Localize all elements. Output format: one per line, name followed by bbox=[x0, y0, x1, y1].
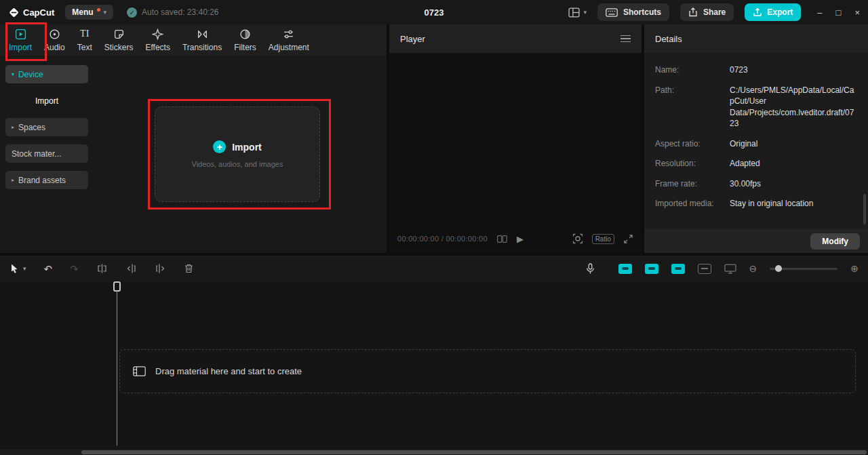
undo-button[interactable]: ↶ bbox=[44, 264, 53, 274]
delete-icon[interactable] bbox=[184, 263, 194, 274]
ratio-button[interactable]: Ratio bbox=[592, 234, 614, 244]
tab-audio[interactable]: Audio bbox=[38, 24, 71, 56]
details-fields: Name: 0723 Path: C:/Users/PMLS/AppData/L… bbox=[644, 53, 868, 210]
adjustment-icon bbox=[283, 28, 294, 40]
delete-left-icon[interactable] bbox=[125, 263, 137, 274]
modify-button[interactable]: Modify bbox=[810, 233, 860, 250]
frames-icon[interactable] bbox=[497, 235, 507, 243]
sidebar-item-label: Device bbox=[18, 70, 43, 79]
zoom-slider[interactable] bbox=[770, 268, 837, 270]
share-icon bbox=[688, 7, 698, 17]
player-menu-icon[interactable] bbox=[620, 35, 631, 43]
sidebar-item-label: Brand assets bbox=[18, 176, 66, 185]
details-footer: Modify bbox=[644, 229, 868, 253]
sidebar-item-import[interactable]: Import bbox=[5, 92, 88, 110]
details-scrollbar[interactable] bbox=[863, 194, 866, 224]
play-button[interactable]: ▶ bbox=[517, 234, 524, 244]
field-value: Original bbox=[730, 138, 859, 150]
details-panel-title: Details bbox=[655, 34, 682, 44]
timeline-scrollbar[interactable] bbox=[0, 450, 868, 455]
field-label: Frame rate: bbox=[655, 178, 730, 190]
render-preview-icon[interactable] bbox=[724, 264, 736, 274]
chevron-down-icon: ▾ bbox=[23, 266, 26, 272]
media-clip-icon bbox=[133, 366, 146, 376]
titlebar: CapCut Menu ▾ ✓ Auto saved: 23:40:26 072… bbox=[0, 0, 868, 24]
redo-button[interactable]: ↷ bbox=[70, 264, 79, 274]
field-label: Aspect ratio: bbox=[655, 138, 730, 150]
tab-effects[interactable]: Effects bbox=[139, 24, 176, 56]
auto-ripple-icon[interactable] bbox=[645, 264, 658, 274]
window-controls: – □ × bbox=[817, 7, 860, 18]
share-button[interactable]: Share bbox=[680, 3, 734, 21]
tab-import[interactable]: Import bbox=[3, 24, 38, 56]
maximize-button[interactable]: □ bbox=[836, 7, 842, 18]
sidebar-item-label: Stock mater... bbox=[12, 149, 61, 159]
tab-label: Filters bbox=[234, 43, 256, 52]
sidebar-item-spaces[interactable]: ▸ Spaces bbox=[5, 118, 88, 136]
split-icon[interactable] bbox=[96, 263, 108, 274]
details-panel: Details Name: 0723 Path: C:/Users/PMLS/A… bbox=[644, 24, 868, 253]
close-button[interactable]: × bbox=[854, 7, 860, 18]
player-panel: Player 00:00:00:00 / 00:00:00:00 ▶ Ratio bbox=[389, 24, 642, 253]
field-value: 0723 bbox=[730, 64, 859, 76]
tab-label: Adjustment bbox=[269, 43, 309, 52]
playhead-handle[interactable] bbox=[113, 281, 121, 292]
export-icon bbox=[753, 7, 762, 17]
timeline-drop-area[interactable]: Drag material here and start to create bbox=[119, 349, 856, 393]
player-canvas bbox=[389, 53, 642, 253]
check-icon: ✓ bbox=[127, 7, 137, 18]
minimize-button[interactable]: – bbox=[817, 7, 822, 18]
sidebar-item-brand-assets[interactable]: ▸ Brand assets bbox=[5, 171, 88, 189]
share-label: Share bbox=[703, 7, 726, 17]
timeline-scrollbar-handle[interactable] bbox=[81, 450, 867, 454]
text-icon: TI bbox=[80, 28, 89, 40]
link-icon[interactable] bbox=[671, 264, 685, 274]
player-panel-title: Player bbox=[400, 34, 425, 44]
zoom-slider-handle[interactable] bbox=[775, 265, 782, 272]
tab-text[interactable]: TI Text bbox=[71, 24, 98, 56]
menu-button[interactable]: Menu ▾ bbox=[65, 5, 113, 20]
layout-toggle-button[interactable]: ▾ bbox=[568, 7, 587, 18]
media-sidebar: ▾ Device Import ▸ Spaces Stock mater... … bbox=[5, 65, 88, 189]
capcut-window: CapCut Menu ▾ ✓ Auto saved: 23:40:26 072… bbox=[0, 0, 868, 455]
main-track-magnet-icon[interactable] bbox=[618, 264, 632, 274]
dropzone-subtitle: Videos, audios, and images bbox=[192, 160, 283, 168]
tab-filters[interactable]: Filters bbox=[228, 24, 262, 56]
dropzone-title: Import bbox=[232, 142, 262, 153]
select-tool[interactable]: ▾ bbox=[9, 263, 26, 274]
fullscreen-icon[interactable] bbox=[623, 234, 633, 244]
player-header: Player bbox=[389, 24, 642, 53]
record-voiceover-icon[interactable] bbox=[586, 263, 595, 275]
preview-focus-icon[interactable] bbox=[572, 233, 583, 244]
cursor-icon bbox=[9, 263, 20, 274]
media-panel: Import Audio TI Text Stickers bbox=[0, 24, 387, 253]
sticker-icon bbox=[113, 28, 125, 40]
details-header: Details bbox=[644, 24, 868, 53]
delete-right-icon[interactable] bbox=[155, 263, 166, 274]
project-title: 0723 bbox=[425, 7, 444, 18]
import-dropzone[interactable]: + Import Videos, audios, and images bbox=[155, 106, 320, 202]
capcut-logo: CapCut bbox=[8, 7, 54, 18]
tab-label: Effects bbox=[145, 43, 170, 52]
sidebar-item-stock-material[interactable]: Stock mater... bbox=[5, 144, 88, 163]
import-icon bbox=[15, 28, 26, 40]
tab-label: Audio bbox=[44, 43, 65, 52]
zoom-out-icon[interactable]: ⊖ bbox=[749, 264, 757, 273]
tab-adjustment[interactable]: Adjustment bbox=[262, 24, 315, 56]
shortcuts-button[interactable]: Shortcuts bbox=[597, 3, 669, 21]
sidebar-item-label: Spaces bbox=[18, 123, 45, 132]
detail-row-path: Path: C:/Users/PMLS/AppData/Local/CapCut… bbox=[655, 85, 859, 130]
player-controls-right: Ratio bbox=[572, 233, 633, 244]
capcut-logo-icon bbox=[8, 7, 20, 18]
zoom-in-icon[interactable]: ⊕ bbox=[850, 264, 859, 273]
tab-transitions[interactable]: Transitions bbox=[176, 24, 228, 56]
playhead[interactable] bbox=[113, 281, 121, 446]
export-button[interactable]: Export bbox=[745, 3, 801, 21]
tab-stickers[interactable]: Stickers bbox=[98, 24, 140, 56]
field-value: 30.00fps bbox=[730, 178, 859, 190]
detail-row-imported-media: Imported media: Stay in original locatio… bbox=[655, 198, 859, 210]
preview-axis-icon[interactable] bbox=[698, 264, 711, 274]
caret-down-icon: ▾ bbox=[12, 72, 14, 77]
field-label: Name: bbox=[655, 64, 730, 76]
sidebar-item-device[interactable]: ▾ Device bbox=[5, 65, 88, 83]
